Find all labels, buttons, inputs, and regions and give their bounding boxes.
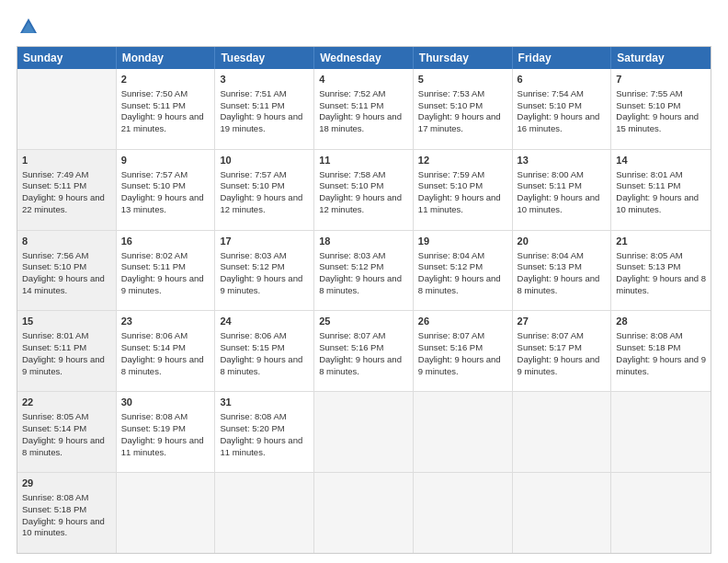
- sunrise: Sunrise: 8:07 AM: [418, 330, 484, 340]
- day-number: 24: [220, 315, 309, 328]
- day-cell-3: 3Sunrise: 7:51 AMSunset: 5:11 PMDaylight…: [215, 69, 314, 149]
- sunset: Sunset: 5:11 PM: [121, 261, 186, 271]
- day-number: 16: [121, 235, 210, 248]
- calendar-body: 2Sunrise: 7:50 AMSunset: 5:11 PMDaylight…: [17, 69, 711, 553]
- daylight-label: Daylight: 9 hours and 9 minutes.: [518, 354, 600, 376]
- day-cell-16: 16Sunrise: 8:02 AMSunset: 5:11 PMDayligh…: [117, 231, 216, 311]
- sunset: Sunset: 5:19 PM: [121, 423, 186, 433]
- daylight-label: Daylight: 9 hours and 9 minutes.: [418, 354, 501, 376]
- daylight-label: Daylight: 9 hours and 8 minutes.: [121, 354, 204, 376]
- sunset: Sunset: 5:17 PM: [518, 342, 582, 352]
- daylight-label: Daylight: 9 hours and 8 minutes.: [319, 273, 402, 295]
- sunrise: Sunrise: 7:59 AM: [418, 169, 484, 179]
- sunrise: Sunrise: 8:03 AM: [220, 250, 286, 260]
- sunset: Sunset: 5:11 PM: [22, 342, 86, 352]
- daylight-label: Daylight: 9 hours and 13 minutes.: [121, 192, 204, 214]
- day-cell-7: 7Sunrise: 7:55 AMSunset: 5:10 PMDaylight…: [611, 69, 711, 149]
- sunrise: Sunrise: 7:51 AM: [220, 88, 286, 98]
- daylight-label: Daylight: 9 hours and 10 minutes.: [616, 192, 699, 214]
- calendar-header-wednesday: Wednesday: [314, 47, 414, 69]
- calendar-header-saturday: Saturday: [611, 47, 711, 69]
- day-number: 2: [121, 73, 210, 86]
- header: [17, 17, 711, 37]
- day-number: 8: [22, 235, 111, 248]
- sunrise: Sunrise: 7:52 AM: [319, 88, 385, 98]
- day-cell-6: 6Sunrise: 7:54 AMSunset: 5:10 PMDaylight…: [513, 69, 612, 149]
- daylight-label: Daylight: 9 hours and 8 minutes.: [518, 273, 600, 295]
- sunset: Sunset: 5:10 PM: [418, 180, 483, 190]
- daylight-label: Daylight: 9 hours and 9 minutes.: [220, 273, 302, 295]
- sunset: Sunset: 5:11 PM: [121, 100, 186, 110]
- daylight-label: Daylight: 9 hours and 21 minutes.: [121, 111, 204, 133]
- day-number: 25: [319, 315, 408, 328]
- day-cell-12: 12Sunrise: 7:59 AMSunset: 5:10 PMDayligh…: [414, 150, 513, 230]
- day-cell-17: 17Sunrise: 8:03 AMSunset: 5:12 PMDayligh…: [215, 231, 314, 311]
- sunrise: Sunrise: 8:00 AM: [518, 169, 584, 179]
- sunrise: Sunrise: 8:04 AM: [418, 250, 484, 260]
- sunset: Sunset: 5:20 PM: [220, 423, 284, 433]
- sunrise: Sunrise: 7:54 AM: [518, 88, 584, 98]
- day-number: 10: [220, 154, 309, 167]
- sunrise: Sunrise: 8:06 AM: [121, 330, 188, 340]
- calendar-header: SundayMondayTuesdayWednesdayThursdayFrid…: [17, 47, 711, 69]
- sunset: Sunset: 5:15 PM: [220, 342, 284, 352]
- day-cell-21: 21Sunrise: 8:05 AMSunset: 5:13 PMDayligh…: [611, 231, 711, 311]
- sunrise: Sunrise: 8:06 AM: [220, 330, 286, 340]
- sunset: Sunset: 5:12 PM: [319, 261, 383, 271]
- day-number: 27: [518, 315, 607, 328]
- day-cell-2: 2Sunrise: 7:50 AMSunset: 5:11 PMDaylight…: [117, 69, 216, 149]
- daylight-label: Daylight: 9 hours and 11 minutes.: [418, 192, 501, 214]
- sunrise: Sunrise: 7:57 AM: [220, 169, 286, 179]
- daylight-label: Daylight: 9 hours and 8 minutes.: [319, 354, 402, 376]
- day-cell-13: 13Sunrise: 8:00 AMSunset: 5:11 PMDayligh…: [513, 150, 612, 230]
- empty-cell: [215, 473, 314, 553]
- sunset: Sunset: 5:10 PM: [518, 100, 582, 110]
- day-number: 7: [616, 73, 706, 86]
- day-cell-28: 28Sunrise: 8:08 AMSunset: 5:18 PMDayligh…: [611, 311, 711, 391]
- sunrise: Sunrise: 8:04 AM: [518, 250, 584, 260]
- day-cell-23: 23Sunrise: 8:06 AMSunset: 5:14 PMDayligh…: [117, 311, 216, 391]
- sunrise: Sunrise: 8:02 AM: [121, 250, 188, 260]
- daylight-label: Daylight: 9 hours and 12 minutes.: [220, 192, 302, 214]
- sunrise: Sunrise: 8:05 AM: [616, 250, 682, 260]
- day-cell-8: 8Sunrise: 7:56 AMSunset: 5:10 PMDaylight…: [17, 231, 117, 311]
- empty-cell: [314, 473, 414, 553]
- sunset: Sunset: 5:16 PM: [418, 342, 483, 352]
- sunrise: Sunrise: 7:56 AM: [22, 250, 88, 260]
- daylight-label: Daylight: 9 hours and 9 minutes.: [616, 354, 706, 376]
- calendar-header-thursday: Thursday: [414, 47, 513, 69]
- day-number: 5: [418, 73, 507, 86]
- daylight-label: Daylight: 9 hours and 8 minutes.: [220, 354, 302, 376]
- daylight-label: Daylight: 9 hours and 8 minutes.: [418, 273, 501, 295]
- day-number: 11: [319, 154, 408, 167]
- day-cell-27: 27Sunrise: 8:07 AMSunset: 5:17 PMDayligh…: [513, 311, 612, 391]
- calendar-header-friday: Friday: [513, 47, 612, 69]
- sunrise: Sunrise: 8:01 AM: [22, 330, 88, 340]
- day-number: 9: [121, 154, 210, 167]
- calendar-week-3: 15Sunrise: 8:01 AMSunset: 5:11 PMDayligh…: [17, 311, 711, 392]
- day-number: 26: [418, 315, 507, 328]
- empty-cell: [414, 392, 513, 472]
- sunrise: Sunrise: 8:08 AM: [616, 330, 682, 340]
- daylight-label: Daylight: 9 hours and 11 minutes.: [220, 435, 302, 457]
- day-number: 14: [616, 154, 706, 167]
- empty-cell: [611, 392, 711, 472]
- sunset: Sunset: 5:13 PM: [518, 261, 582, 271]
- daylight-label: Daylight: 9 hours and 18 minutes.: [319, 111, 402, 133]
- sunset: Sunset: 5:14 PM: [121, 342, 186, 352]
- sunset: Sunset: 5:10 PM: [121, 180, 186, 190]
- sunrise: Sunrise: 8:03 AM: [319, 250, 385, 260]
- calendar-week-5: 29Sunrise: 8:08 AMSunset: 5:18 PMDayligh…: [17, 473, 711, 553]
- day-number: 19: [418, 235, 507, 248]
- empty-cell: [513, 392, 612, 472]
- sunset: Sunset: 5:11 PM: [22, 180, 86, 190]
- daylight-label: Daylight: 9 hours and 14 minutes.: [22, 273, 105, 295]
- sunset: Sunset: 5:10 PM: [616, 100, 680, 110]
- day-number: 13: [518, 154, 607, 167]
- sunset: Sunset: 5:10 PM: [319, 180, 383, 190]
- calendar-week-1: 1Sunrise: 7:49 AMSunset: 5:11 PMDaylight…: [17, 150, 711, 231]
- sunrise: Sunrise: 7:55 AM: [616, 88, 682, 98]
- daylight-label: Daylight: 9 hours and 11 minutes.: [121, 435, 204, 457]
- daylight-label: Daylight: 9 hours and 22 minutes.: [22, 192, 105, 214]
- day-cell-29: 29Sunrise: 8:08 AMSunset: 5:18 PMDayligh…: [17, 473, 117, 553]
